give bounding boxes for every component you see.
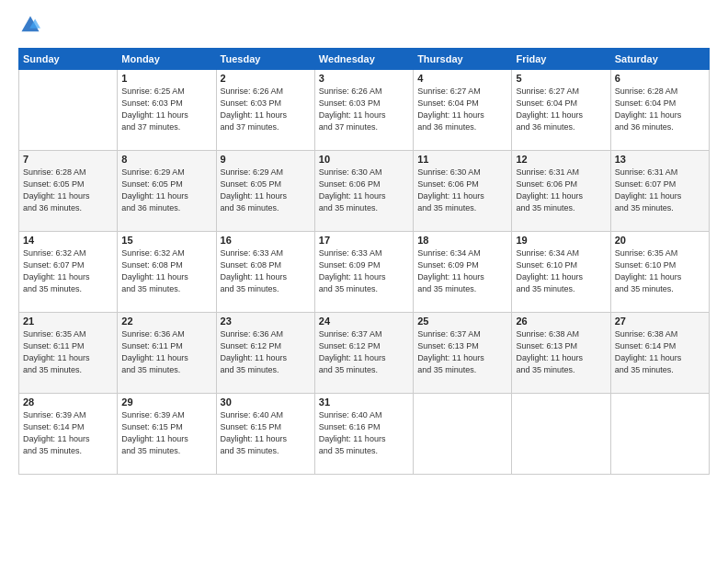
calendar-cell: 14Sunrise: 6:32 AM Sunset: 6:07 PM Dayli… [19,232,118,313]
day-info: Sunrise: 6:34 AM Sunset: 6:10 PM Dayligh… [516,247,606,295]
calendar-cell: 25Sunrise: 6:37 AM Sunset: 6:13 PM Dayli… [414,313,512,394]
day-number: 15 [121,235,211,246]
day-info: Sunrise: 6:29 AM Sunset: 6:05 PM Dayligh… [121,167,211,214]
day-number: 13 [615,154,705,165]
day-info: Sunrise: 6:38 AM Sunset: 6:14 PM Dayligh… [615,328,705,376]
day-info: Sunrise: 6:35 AM Sunset: 6:11 PM Dayligh… [23,328,113,376]
calendar-cell: 17Sunrise: 6:33 AM Sunset: 6:09 PM Dayli… [314,232,413,313]
day-number: 25 [417,316,507,327]
calendar-cell [19,70,118,151]
day-number: 10 [319,154,409,165]
calendar-cell: 29Sunrise: 6:39 AM Sunset: 6:15 PM Dayli… [118,394,216,475]
day-info: Sunrise: 6:32 AM Sunset: 6:07 PM Dayligh… [23,247,113,295]
day-info: Sunrise: 6:37 AM Sunset: 6:13 PM Dayligh… [417,328,507,376]
day-number: 2 [221,73,311,84]
calendar-header-row: SundayMondayTuesdayWednesdayThursdayFrid… [19,49,710,70]
day-info: Sunrise: 6:26 AM Sunset: 6:03 PM Dayligh… [319,86,409,133]
header [18,15,710,39]
day-info: Sunrise: 6:27 AM Sunset: 6:04 PM Dayligh… [417,86,507,133]
calendar-cell: 30Sunrise: 6:40 AM Sunset: 6:15 PM Dayli… [216,394,314,475]
calendar-header-cell: Tuesday [216,49,314,70]
day-number: 22 [121,316,211,327]
calendar-cell: 9Sunrise: 6:29 AM Sunset: 6:05 PM Daylig… [216,151,314,232]
day-number: 28 [23,396,113,408]
page: SundayMondayTuesdayWednesdayThursdayFrid… [0,0,728,563]
calendar-cell: 18Sunrise: 6:34 AM Sunset: 6:09 PM Dayli… [414,232,512,313]
day-number: 6 [615,73,705,84]
day-info: Sunrise: 6:28 AM Sunset: 6:05 PM Dayligh… [23,167,113,214]
day-number: 23 [221,316,311,327]
day-number: 27 [615,316,705,327]
calendar-week-row: 7Sunrise: 6:28 AM Sunset: 6:05 PM Daylig… [19,151,710,232]
calendar-cell [610,394,709,475]
calendar-header-cell: Sunday [19,49,118,70]
calendar-cell: 31Sunrise: 6:40 AM Sunset: 6:16 PM Dayli… [314,394,413,475]
calendar-cell: 23Sunrise: 6:36 AM Sunset: 6:12 PM Dayli… [216,313,314,394]
calendar-cell: 26Sunrise: 6:38 AM Sunset: 6:13 PM Dayli… [512,313,610,394]
day-number: 8 [121,154,211,165]
calendar-cell: 15Sunrise: 6:32 AM Sunset: 6:08 PM Dayli… [118,232,216,313]
day-number: 1 [121,73,211,84]
calendar-cell: 8Sunrise: 6:29 AM Sunset: 6:05 PM Daylig… [118,151,216,232]
calendar-week-row: 14Sunrise: 6:32 AM Sunset: 6:07 PM Dayli… [19,232,710,313]
calendar-cell: 19Sunrise: 6:34 AM Sunset: 6:10 PM Dayli… [512,232,610,313]
calendar-cell: 4Sunrise: 6:27 AM Sunset: 6:04 PM Daylig… [414,70,512,151]
calendar-cell: 21Sunrise: 6:35 AM Sunset: 6:11 PM Dayli… [19,313,118,394]
calendar-cell [512,394,610,475]
day-number: 9 [221,154,311,165]
calendar-cell: 2Sunrise: 6:26 AM Sunset: 6:03 PM Daylig… [216,70,314,151]
day-number: 29 [121,396,211,408]
calendar-header-cell: Thursday [414,49,512,70]
calendar-cell: 13Sunrise: 6:31 AM Sunset: 6:07 PM Dayli… [610,151,709,232]
logo-icon [20,15,40,35]
calendar-week-row: 28Sunrise: 6:39 AM Sunset: 6:14 PM Dayli… [19,394,710,475]
calendar-cell: 20Sunrise: 6:35 AM Sunset: 6:10 PM Dayli… [610,232,709,313]
calendar-cell [414,394,512,475]
day-info: Sunrise: 6:25 AM Sunset: 6:03 PM Dayligh… [121,86,211,133]
day-number: 24 [319,316,409,327]
calendar-header-cell: Saturday [610,49,709,70]
calendar-cell: 7Sunrise: 6:28 AM Sunset: 6:05 PM Daylig… [19,151,118,232]
logo [18,15,44,39]
calendar-cell: 10Sunrise: 6:30 AM Sunset: 6:06 PM Dayli… [314,151,413,232]
calendar-cell: 16Sunrise: 6:33 AM Sunset: 6:08 PM Dayli… [216,232,314,313]
day-info: Sunrise: 6:29 AM Sunset: 6:05 PM Dayligh… [221,167,311,214]
day-number: 20 [615,235,705,246]
calendar-cell: 12Sunrise: 6:31 AM Sunset: 6:06 PM Dayli… [512,151,610,232]
calendar-header-cell: Wednesday [314,49,413,70]
day-number: 17 [319,235,409,246]
day-number: 12 [516,154,606,165]
calendar-cell: 5Sunrise: 6:27 AM Sunset: 6:04 PM Daylig… [512,70,610,151]
calendar-table: SundayMondayTuesdayWednesdayThursdayFrid… [18,48,710,475]
day-number: 31 [319,396,409,408]
calendar-cell: 24Sunrise: 6:37 AM Sunset: 6:12 PM Dayli… [314,313,413,394]
day-info: Sunrise: 6:35 AM Sunset: 6:10 PM Dayligh… [615,247,705,295]
day-number: 16 [221,235,311,246]
day-number: 26 [516,316,606,327]
day-info: Sunrise: 6:30 AM Sunset: 6:06 PM Dayligh… [417,167,507,214]
day-info: Sunrise: 6:26 AM Sunset: 6:03 PM Dayligh… [221,86,311,133]
calendar-cell: 28Sunrise: 6:39 AM Sunset: 6:14 PM Dayli… [19,394,118,475]
calendar-header-cell: Monday [118,49,216,70]
day-number: 18 [417,235,507,246]
day-number: 5 [516,73,606,84]
day-info: Sunrise: 6:31 AM Sunset: 6:06 PM Dayligh… [516,167,606,214]
day-info: Sunrise: 6:34 AM Sunset: 6:09 PM Dayligh… [417,247,507,295]
calendar-cell: 6Sunrise: 6:28 AM Sunset: 6:04 PM Daylig… [610,70,709,151]
calendar-cell: 3Sunrise: 6:26 AM Sunset: 6:03 PM Daylig… [314,70,413,151]
day-info: Sunrise: 6:38 AM Sunset: 6:13 PM Dayligh… [516,328,606,376]
calendar-cell: 11Sunrise: 6:30 AM Sunset: 6:06 PM Dayli… [414,151,512,232]
calendar-header-cell: Friday [512,49,610,70]
day-info: Sunrise: 6:30 AM Sunset: 6:06 PM Dayligh… [319,167,409,214]
calendar-body: 1Sunrise: 6:25 AM Sunset: 6:03 PM Daylig… [19,70,710,475]
day-info: Sunrise: 6:33 AM Sunset: 6:09 PM Dayligh… [319,247,409,295]
day-number: 4 [417,73,507,84]
day-info: Sunrise: 6:40 AM Sunset: 6:15 PM Dayligh… [221,409,311,457]
day-info: Sunrise: 6:33 AM Sunset: 6:08 PM Dayligh… [221,247,311,295]
day-number: 30 [221,396,311,408]
day-info: Sunrise: 6:31 AM Sunset: 6:07 PM Dayligh… [615,167,705,214]
day-number: 7 [23,154,113,165]
calendar-cell: 22Sunrise: 6:36 AM Sunset: 6:11 PM Dayli… [118,313,216,394]
day-info: Sunrise: 6:36 AM Sunset: 6:12 PM Dayligh… [221,328,311,376]
day-info: Sunrise: 6:39 AM Sunset: 6:15 PM Dayligh… [121,409,211,457]
